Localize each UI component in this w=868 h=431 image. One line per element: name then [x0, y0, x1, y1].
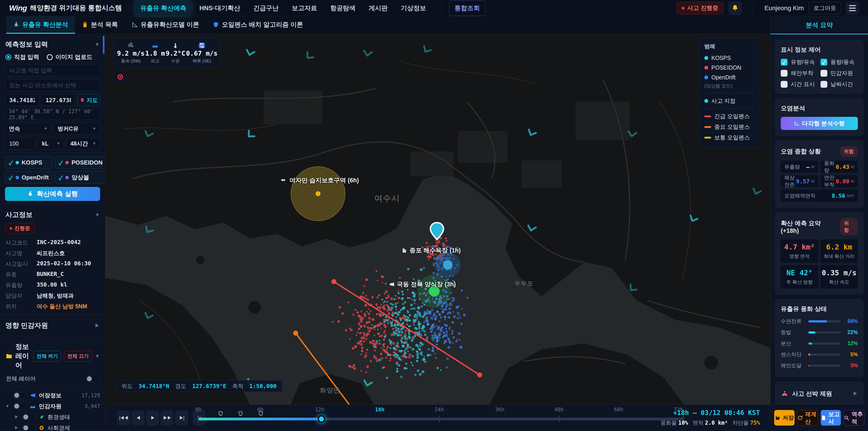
map-statusbar: 위도34.7418°N 경도127.6739°E 축척1:50,000 — [115, 380, 283, 392]
forecast-summary-title: 확산 예측 요약 (+18h) — [781, 219, 840, 235]
folder-icon — [5, 352, 13, 360]
checkbox-time[interactable]: 시간 표시 — [781, 81, 818, 88]
checkbox-icon — [781, 81, 787, 88]
expander-icon[interactable]: ▼ — [5, 404, 10, 409]
incident-panel-header[interactable]: 사고정보 ▼ — [5, 208, 100, 222]
polygon-analysis-button[interactable]: 다각형 분석수행 — [781, 117, 858, 130]
radio-image-upload[interactable]: 이미지 업로드 — [47, 53, 92, 61]
skip-end-button[interactable]: ▶| — [176, 411, 188, 425]
sensitive-resources-header[interactable]: 영향 민감자원 ▶ — [5, 318, 100, 333]
wind-icon — [128, 42, 134, 49]
fence-event-shield-icon[interactable] — [258, 411, 264, 417]
master-layer-toggle[interactable] — [86, 375, 99, 382]
document-icon — [821, 415, 826, 421]
tab-diffusion-analysis[interactable]: 유출유 확산분석 — [6, 16, 75, 34]
legend-dot — [704, 56, 708, 60]
tab-model-theory[interactable]: 유출유확산모델 이론 — [125, 16, 206, 34]
nav-aerial-search[interactable]: 항공탐색 — [325, 1, 361, 16]
checkbox-datetime[interactable]: 날짜시간 — [820, 81, 858, 88]
expander-icon[interactable]: ▶ — [14, 425, 19, 431]
checkbox-current[interactable]: ✓유향/유속 — [781, 58, 818, 66]
notifications-button[interactable] — [728, 2, 742, 15]
layer-toggle[interactable] — [13, 392, 27, 399]
legend-ensemble-note: (앙상블 모드) — [704, 82, 754, 91]
prediction-panel-header[interactable]: 예측정보 입력 ▼ — [5, 37, 100, 52]
run-prediction-button[interactable]: 확산예측 실행 — [5, 187, 100, 201]
model-chip-opendrift[interactable]: ✓ OpenDrift — [5, 171, 53, 184]
nav-weather-info[interactable]: 기상정보 — [395, 1, 432, 16]
vessel-spec-card[interactable]: 사고 선박 제원 ▶ — [775, 382, 864, 404]
report-button[interactable]: 보고서 — [821, 410, 841, 426]
marker-farm[interactable]: 국동 전복 양식장 (3h) — [389, 280, 456, 288]
longitude-input[interactable] — [41, 94, 75, 106]
summary-tab[interactable]: 분석 요약 — [771, 16, 868, 34]
nav-reports[interactable]: 보고자료 — [286, 1, 322, 16]
radio-direct-input[interactable]: 직접 입력 — [5, 53, 39, 61]
alert-dot-icon — [682, 7, 684, 9]
checkbox-shoreline[interactable]: 해안부착 — [781, 69, 818, 77]
checkbox-icon: ✓ — [781, 59, 787, 65]
fish-icon — [30, 392, 36, 398]
radio-icon — [47, 54, 53, 60]
amount-input[interactable] — [5, 137, 36, 150]
thermometer-icon — [172, 42, 179, 49]
incident-list-input[interactable] — [5, 79, 100, 91]
nav-integrated-search[interactable]: 통합조회 — [449, 0, 486, 16]
tab-analysis-list[interactable]: 분석 목록 — [75, 16, 125, 34]
expander-icon[interactable]: ▶ — [14, 414, 19, 420]
sidebar-scrollbar[interactable] — [103, 36, 104, 54]
incident-name-input[interactable] — [5, 64, 100, 76]
unit-select[interactable]: kL▼ — [38, 137, 64, 150]
layer-toggle[interactable] — [22, 413, 36, 420]
latitude-input[interactable] — [5, 94, 39, 106]
layers-all-on-button[interactable]: 전체 켜기 — [33, 351, 61, 362]
model-chip-kosps[interactable]: ✓ KOSPS — [5, 156, 53, 169]
nav-board[interactable]: 게시판 — [363, 1, 393, 16]
backtrack-button[interactable]: 역추적 — [844, 410, 864, 426]
map-viewport[interactable]: 여수시 화양면 두무포 여자만 습지보호구역 (6h) 종포 해수욕장 (1h)… — [105, 34, 770, 405]
logo-mark: Wing — [9, 4, 27, 12]
stat-polluted-area: 오염해역면적8.56km² — [781, 190, 858, 202]
duration-select[interactable]: 48시간▼ — [66, 137, 100, 150]
main-nav: 유출유 확산예측 HNS·대기확산 긴급구난 보고자료 항공탐색 게시판 기상정… — [135, 0, 485, 16]
check-icon: ✓ — [59, 158, 63, 167]
layer-toggle[interactable] — [13, 403, 27, 409]
checkbox-wind[interactable]: ✓풍향/풍속 — [820, 58, 858, 66]
skip-start-button[interactable]: |◀◀ — [118, 411, 130, 425]
weather-widget: 9.2 m/s 풍속 (SW) 1.8 m 파고 9.2°C 수온 0.67 m… — [114, 38, 220, 68]
model-chip-ensemble[interactable]: ✓ 앙상블 — [55, 171, 105, 184]
fast-forward-button[interactable]: ▶▶ — [161, 411, 173, 425]
fence-event-shield-icon[interactable] — [238, 411, 243, 417]
nav-oil-spill-prediction[interactable]: 유출유 확산예측 — [135, 1, 192, 16]
recalculate-button[interactable]: 재계산 — [797, 410, 818, 426]
model-color-dot — [65, 176, 69, 179]
nav-hns-diffusion[interactable]: HNS·대기확산 — [194, 1, 246, 16]
menu-button[interactable] — [846, 2, 859, 15]
checkbox-sensitive[interactable]: 민감자원 — [820, 69, 858, 77]
model-chip-poseidon[interactable]: ✓ POSEIDON — [55, 156, 105, 169]
timeline-track[interactable] — [198, 418, 683, 420]
action-bar: 저장 재계산 보고서 역추적 — [771, 404, 868, 431]
tab-boom-algorithm-theory[interactable]: 오일펜스 배치 알고리즘 이론 — [206, 16, 310, 34]
save-icon — [775, 415, 780, 421]
nav-emergency-rescue[interactable]: 긴급구난 — [248, 1, 284, 16]
timeline-label: 0h — [195, 407, 202, 412]
pick-on-map-button[interactable]: 지도 — [78, 94, 100, 106]
spill-type-select[interactable]: 연속▼ — [5, 123, 52, 135]
layer-row-fisheries: 어장정보 17,129 — [5, 390, 100, 401]
fence-line-swatch — [704, 116, 711, 117]
weathering-state-card: 유출유 풍화 상태 수면잔류58% 증발22% 분산12% 펜스차단5% 해안도… — [775, 299, 864, 377]
layers-all-off-button[interactable]: 전체 끄기 — [64, 351, 92, 362]
fence-event-shield-icon[interactable] — [218, 411, 223, 417]
incident-row: 사고코드INC-2025-0042 — [5, 237, 100, 248]
oil-type-select[interactable]: 벙커C유▼ — [54, 123, 100, 135]
recenter-button[interactable] — [114, 71, 126, 83]
marker-beach[interactable]: 종포 해수욕장 (1h) — [401, 246, 461, 254]
layer-toggle[interactable] — [22, 425, 36, 431]
play-button[interactable]: ▶ — [147, 411, 159, 425]
timeline-thumb[interactable] — [318, 415, 325, 423]
step-back-button[interactable]: ◀ — [132, 411, 144, 425]
logout-button[interactable]: 로그아웃 — [809, 2, 841, 14]
marker-wetland[interactable]: 여자만 습지보호구역 (6h) — [280, 176, 359, 184]
save-button[interactable]: 저장 — [774, 410, 795, 426]
